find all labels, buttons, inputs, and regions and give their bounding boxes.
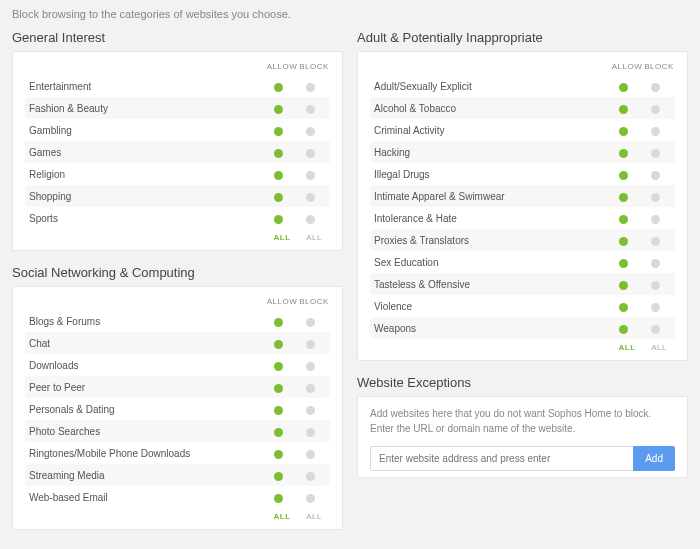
- block-radio[interactable]: [651, 171, 660, 180]
- allow-radio[interactable]: [619, 325, 628, 334]
- add-button[interactable]: Add: [633, 446, 675, 471]
- card-header: ALLOW BLOCK: [370, 62, 675, 75]
- block-radio[interactable]: [306, 384, 315, 393]
- exceptions-input[interactable]: [370, 446, 633, 471]
- allow-radio[interactable]: [274, 450, 283, 459]
- category-label: Ringtones/Mobile Phone Downloads: [29, 448, 262, 459]
- allow-radio[interactable]: [274, 318, 283, 327]
- category-label: Sports: [29, 213, 262, 224]
- block-radio[interactable]: [306, 494, 315, 503]
- category-row: Shopping: [25, 185, 330, 207]
- block-radio[interactable]: [651, 325, 660, 334]
- category-row: Web-based Email: [25, 486, 330, 508]
- block-radio[interactable]: [306, 215, 315, 224]
- allow-radio[interactable]: [619, 127, 628, 136]
- category-row: Fashion & Beauty: [25, 97, 330, 119]
- allow-radio[interactable]: [619, 149, 628, 158]
- block-radio[interactable]: [306, 83, 315, 92]
- block-radio[interactable]: [651, 105, 660, 114]
- allow-radio[interactable]: [274, 384, 283, 393]
- block-radio[interactable]: [651, 149, 660, 158]
- exceptions-input-row: Add: [370, 446, 675, 471]
- allow-radio[interactable]: [274, 149, 283, 158]
- block-radio[interactable]: [306, 105, 315, 114]
- allow-radio[interactable]: [619, 259, 628, 268]
- category-row: Hacking: [370, 141, 675, 163]
- allow-radio[interactable]: [274, 494, 283, 503]
- allow-radio[interactable]: [619, 83, 628, 92]
- allow-radio[interactable]: [274, 428, 283, 437]
- category-row: Intimate Apparel & Swimwear: [370, 185, 675, 207]
- category-label: Intolerance & Hate: [374, 213, 607, 224]
- columns: General Interest ALLOW BLOCK Entertainme…: [0, 24, 700, 549]
- card-adult: ALLOW BLOCK Adult/Sexually ExplicitAlcoh…: [357, 51, 688, 361]
- category-row: Alcohol & Tobacco: [370, 97, 675, 119]
- block-radio[interactable]: [651, 127, 660, 136]
- allow-radio[interactable]: [274, 472, 283, 481]
- allow-radio[interactable]: [274, 127, 283, 136]
- allow-radio[interactable]: [619, 237, 628, 246]
- category-label: Games: [29, 147, 262, 158]
- allow-radio[interactable]: [274, 83, 283, 92]
- section-title-adult: Adult & Potentially Inappropriate: [357, 30, 688, 45]
- allow-radio[interactable]: [274, 406, 283, 415]
- allow-radio[interactable]: [619, 193, 628, 202]
- card-header: ALLOW BLOCK: [25, 62, 330, 75]
- block-radio[interactable]: [306, 127, 315, 136]
- allow-radio[interactable]: [274, 215, 283, 224]
- card-general: ALLOW BLOCK EntertainmentFashion & Beaut…: [12, 51, 343, 251]
- block-radio[interactable]: [306, 450, 315, 459]
- block-radio[interactable]: [306, 318, 315, 327]
- allow-radio[interactable]: [274, 171, 283, 180]
- card-footer: ALL ALL: [370, 339, 675, 354]
- category-row: Gambling: [25, 119, 330, 141]
- allow-radio[interactable]: [619, 105, 628, 114]
- category-row: Criminal Activity: [370, 119, 675, 141]
- block-radio[interactable]: [651, 83, 660, 92]
- category-row: Chat: [25, 332, 330, 354]
- card-header: ALLOW BLOCK: [25, 297, 330, 310]
- block-radio[interactable]: [306, 149, 315, 158]
- section-title-general: General Interest: [12, 30, 343, 45]
- allow-radio[interactable]: [274, 193, 283, 202]
- allow-radio[interactable]: [274, 362, 283, 371]
- allow-radio[interactable]: [274, 340, 283, 349]
- exceptions-desc: Add websites here that you do not want S…: [370, 407, 675, 436]
- block-radio[interactable]: [651, 259, 660, 268]
- all-allow-button[interactable]: ALL: [266, 512, 298, 521]
- category-label: Peer to Peer: [29, 382, 262, 393]
- category-label: Intimate Apparel & Swimwear: [374, 191, 607, 202]
- block-radio[interactable]: [306, 171, 315, 180]
- category-label: Alcohol & Tobacco: [374, 103, 607, 114]
- all-block-button[interactable]: ALL: [298, 233, 330, 242]
- allow-radio[interactable]: [619, 171, 628, 180]
- category-label: Adult/Sexually Explicit: [374, 81, 607, 92]
- block-radio[interactable]: [651, 303, 660, 312]
- allow-radio[interactable]: [619, 215, 628, 224]
- category-label: Illegal Drugs: [374, 169, 607, 180]
- card-exceptions: Add websites here that you do not want S…: [357, 396, 688, 478]
- allow-radio[interactable]: [619, 281, 628, 290]
- block-radio[interactable]: [306, 428, 315, 437]
- block-radio[interactable]: [651, 281, 660, 290]
- block-radio[interactable]: [651, 193, 660, 202]
- all-block-button[interactable]: ALL: [643, 343, 675, 352]
- block-radio[interactable]: [306, 472, 315, 481]
- all-allow-button[interactable]: ALL: [611, 343, 643, 352]
- category-label: Blogs & Forums: [29, 316, 262, 327]
- block-radio[interactable]: [651, 237, 660, 246]
- block-radio[interactable]: [651, 215, 660, 224]
- category-row: Streaming Media: [25, 464, 330, 486]
- allow-radio[interactable]: [619, 303, 628, 312]
- all-allow-button[interactable]: ALL: [266, 233, 298, 242]
- section-title-social: Social Networking & Computing: [12, 265, 343, 280]
- block-radio[interactable]: [306, 340, 315, 349]
- allow-radio[interactable]: [274, 105, 283, 114]
- all-block-button[interactable]: ALL: [298, 512, 330, 521]
- block-radio[interactable]: [306, 406, 315, 415]
- block-radio[interactable]: [306, 362, 315, 371]
- category-label: Hacking: [374, 147, 607, 158]
- right-column: Adult & Potentially Inappropriate ALLOW …: [357, 24, 688, 544]
- block-radio[interactable]: [306, 193, 315, 202]
- category-row: Sports: [25, 207, 330, 229]
